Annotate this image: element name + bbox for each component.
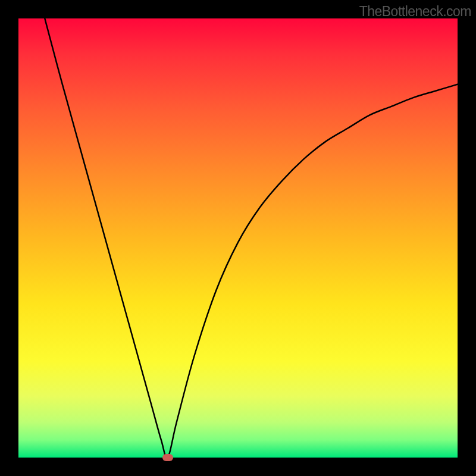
optimal-point-marker [162,454,173,461]
chart-frame: TheBottleneck.com [0,0,476,476]
site-attribution: TheBottleneck.com [359,4,471,20]
bottleneck-curve [18,18,458,458]
plot-area [18,18,458,458]
